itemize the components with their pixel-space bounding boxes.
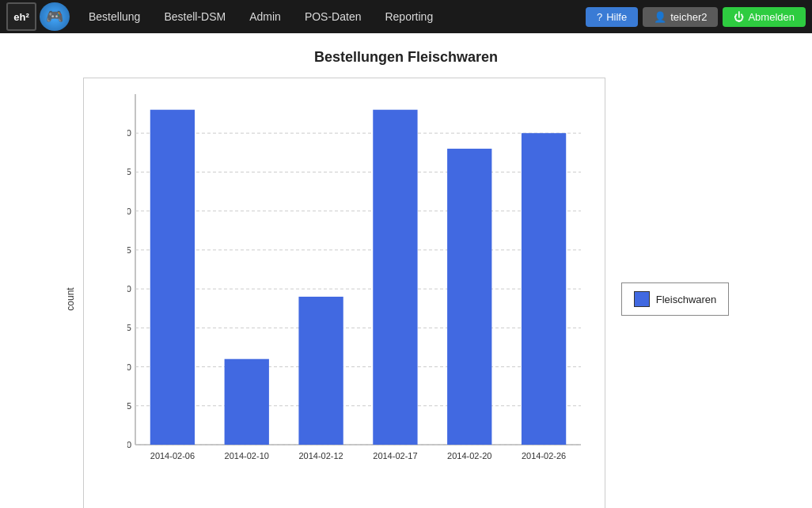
y-axis-label: count xyxy=(64,287,75,310)
main-content: Bestellungen Fleischwaren count orderclo… xyxy=(0,33,812,508)
nav-admin[interactable]: Admin xyxy=(238,6,292,28)
nav-bestell-dsm[interactable]: Bestell-DSM xyxy=(153,6,237,28)
nav-reporting[interactable]: Reporting xyxy=(374,6,444,28)
legend-color-swatch xyxy=(634,291,650,307)
svg-text:2014-02-10: 2014-02-10 xyxy=(224,451,268,461)
svg-rect-24 xyxy=(298,297,343,445)
svg-rect-20 xyxy=(150,110,194,445)
legend-label: Fleischwaren xyxy=(656,294,717,305)
user-icon: 👤 xyxy=(654,11,666,23)
hilfe-button[interactable]: ? Hilfe xyxy=(586,7,638,27)
brand: eh² 🎮 xyxy=(6,2,70,31)
svg-text:2014-02-20: 2014-02-20 xyxy=(447,451,491,461)
svg-text:15: 15 xyxy=(127,323,131,332)
svg-text:20: 20 xyxy=(127,284,131,294)
chart-title: Bestellungen Fleischwaren xyxy=(16,49,796,66)
abmelden-button[interactable]: ⏻ Abmelden xyxy=(723,7,806,27)
nav-links: Bestellung Bestell-DSM Admin POS-Daten R… xyxy=(78,6,586,28)
svg-text:2014-02-17: 2014-02-17 xyxy=(373,451,417,461)
hilfe-icon: ? xyxy=(597,11,602,23)
user-label: teicher2 xyxy=(670,11,707,23)
chart-container: count orderclosets 05101520253035402014-… xyxy=(16,78,796,508)
logo-eh2: eh² xyxy=(6,2,36,31)
svg-rect-22 xyxy=(224,359,268,445)
svg-rect-28 xyxy=(447,149,491,445)
svg-rect-30 xyxy=(522,133,566,445)
svg-text:40: 40 xyxy=(127,128,131,138)
nav-buttons: ? Hilfe 👤 teicher2 ⏻ Abmelden xyxy=(586,7,806,27)
user-button[interactable]: 👤 teicher2 xyxy=(643,7,718,27)
svg-text:5: 5 xyxy=(127,401,131,411)
chart-legend: Fleischwaren xyxy=(621,282,730,316)
abmelden-label: Abmelden xyxy=(748,11,795,23)
chart-inner: 05101520253035402014-02-062014-02-102014… xyxy=(127,90,589,476)
chart-area: count orderclosets 05101520253035402014-… xyxy=(83,78,605,508)
svg-text:10: 10 xyxy=(127,362,131,372)
nav-bestellung[interactable]: Bestellung xyxy=(78,6,151,28)
abmelden-icon: ⏻ xyxy=(734,11,744,23)
svg-text:35: 35 xyxy=(127,167,131,176)
logo-game-icon: 🎮 xyxy=(40,2,70,31)
svg-text:2014-02-12: 2014-02-12 xyxy=(298,451,343,461)
svg-text:30: 30 xyxy=(127,207,131,216)
nav-pos-daten[interactable]: POS-Daten xyxy=(294,6,373,28)
svg-text:2014-02-26: 2014-02-26 xyxy=(522,451,566,461)
navbar: eh² 🎮 Bestellung Bestell-DSM Admin POS-D… xyxy=(0,0,812,33)
svg-text:2014-02-06: 2014-02-06 xyxy=(150,451,194,461)
logo-eh2-text: eh² xyxy=(13,11,29,23)
svg-text:25: 25 xyxy=(127,245,131,255)
hilfe-label: Hilfe xyxy=(606,11,627,23)
svg-rect-26 xyxy=(373,110,417,445)
svg-text:0: 0 xyxy=(127,440,131,449)
